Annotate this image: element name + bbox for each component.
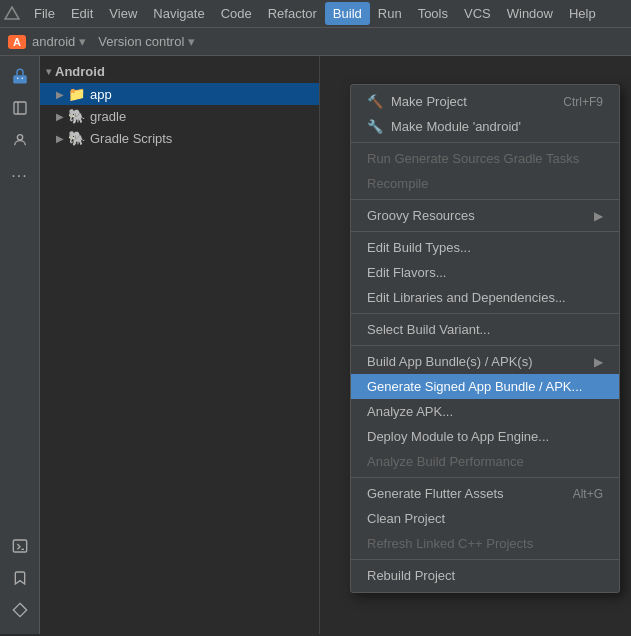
panel-chevron: ▾ xyxy=(46,66,51,77)
app-logo xyxy=(4,6,20,22)
menu-refresh-cpp: Refresh Linked C++ Projects xyxy=(351,531,619,556)
make-module-icon: 🔧 xyxy=(367,119,383,134)
menu-build-app-bundle[interactable]: Build App Bundle(s) / APK(s) ▶ xyxy=(351,349,619,374)
scripts-chevron: ▶ xyxy=(56,133,64,144)
left-sidebar: ··· xyxy=(0,56,40,634)
project-name[interactable]: android xyxy=(32,34,75,49)
generate-flutter-shortcut: Alt+G xyxy=(573,487,603,501)
gradle-label: gradle xyxy=(90,109,126,124)
run-generate-label: Run Generate Sources Gradle Tasks xyxy=(367,151,579,166)
sep1 xyxy=(351,142,619,143)
app-label: app xyxy=(90,87,112,102)
build-app-bundle-arrow: ▶ xyxy=(594,355,603,369)
panel-title: Android xyxy=(55,64,105,79)
menu-refactor[interactable]: Refactor xyxy=(260,2,325,25)
groovy-label: Groovy Resources xyxy=(367,208,475,223)
more-panel-icon[interactable]: ··· xyxy=(6,162,34,190)
svg-point-6 xyxy=(17,135,22,140)
main-area: ··· ▾ xyxy=(0,56,631,634)
recompile-label: Recompile xyxy=(367,176,428,191)
bottom-icons xyxy=(0,532,40,634)
generate-signed-label: Generate Signed App Bundle / APK... xyxy=(367,379,582,394)
refresh-cpp-label: Refresh Linked C++ Projects xyxy=(367,536,533,551)
menu-generate-flutter[interactable]: Generate Flutter Assets Alt+G xyxy=(351,481,619,506)
sep2 xyxy=(351,199,619,200)
menu-deploy-module[interactable]: Deploy Module to App Engine... xyxy=(351,424,619,449)
people-panel-icon[interactable] xyxy=(6,126,34,154)
menu-generate-signed[interactable]: Generate Signed App Bundle / APK... xyxy=(351,374,619,399)
analyze-apk-label: Analyze APK... xyxy=(367,404,453,419)
svg-point-2 xyxy=(17,78,19,80)
file-panel: ▾ Android ▶ 📁 app ▶ 🐘 gradle ▶ 🐘 Gradle … xyxy=(40,56,320,634)
menu-tools[interactable]: Tools xyxy=(410,2,456,25)
menu-window[interactable]: Window xyxy=(499,2,561,25)
sep5 xyxy=(351,345,619,346)
menu-rebuild-project[interactable]: Rebuild Project xyxy=(351,563,619,588)
project-dropdown-arrow: ▾ xyxy=(79,34,86,49)
tree-item-gradle-scripts[interactable]: ▶ 🐘 Gradle Scripts xyxy=(40,127,319,149)
project-badge: A xyxy=(8,35,26,49)
menu-file[interactable]: File xyxy=(26,2,63,25)
menu-run-generate: Run Generate Sources Gradle Tasks xyxy=(351,146,619,171)
menu-make-project[interactable]: 🔨 Make Project Ctrl+F9 xyxy=(351,89,619,114)
menu-select-build-variant[interactable]: Select Build Variant... xyxy=(351,317,619,342)
edit-build-types-label: Edit Build Types... xyxy=(367,240,471,255)
terminal-icon[interactable] xyxy=(6,532,34,560)
scripts-icon: 🐘 xyxy=(68,130,85,146)
app-chevron: ▶ xyxy=(56,89,64,100)
panel-header[interactable]: ▾ Android xyxy=(40,60,319,83)
menu-run[interactable]: Run xyxy=(370,2,410,25)
menu-bar: File Edit View Navigate Code Refactor Bu… xyxy=(0,0,631,28)
bookmark-icon[interactable] xyxy=(6,564,34,592)
menu-view[interactable]: View xyxy=(101,2,145,25)
sep7 xyxy=(351,559,619,560)
folder-icon: 📁 xyxy=(68,86,85,102)
sep4 xyxy=(351,313,619,314)
menu-clean-project[interactable]: Clean Project xyxy=(351,506,619,531)
project-bar: A android ▾ Version control ▾ xyxy=(0,28,631,56)
edit-flavors-label: Edit Flavors... xyxy=(367,265,446,280)
project-panel-icon[interactable] xyxy=(6,94,34,122)
rebuild-project-label: Rebuild Project xyxy=(367,568,455,583)
build-dropdown-menu: 🔨 Make Project Ctrl+F9 🔧 Make Module 'an… xyxy=(350,84,620,593)
deploy-module-label: Deploy Module to App Engine... xyxy=(367,429,549,444)
menu-code[interactable]: Code xyxy=(213,2,260,25)
make-project-icon: 🔨 xyxy=(367,94,383,109)
svg-rect-4 xyxy=(14,102,26,114)
svg-rect-1 xyxy=(13,75,27,83)
menu-edit-build-types[interactable]: Edit Build Types... xyxy=(351,235,619,260)
menu-navigate[interactable]: Navigate xyxy=(145,2,212,25)
make-module-label: Make Module 'android' xyxy=(391,119,521,134)
menu-help[interactable]: Help xyxy=(561,2,604,25)
build-app-bundle-label: Build App Bundle(s) / APK(s) xyxy=(367,354,532,369)
android-panel-icon[interactable] xyxy=(6,62,34,90)
menu-groovy-resources[interactable]: Groovy Resources ▶ xyxy=(351,203,619,228)
menu-build[interactable]: Build xyxy=(325,2,370,25)
edit-libraries-label: Edit Libraries and Dependencies... xyxy=(367,290,566,305)
generate-flutter-label: Generate Flutter Assets xyxy=(367,486,504,501)
gradle-scripts-label: Gradle Scripts xyxy=(90,131,172,146)
groovy-arrow: ▶ xyxy=(594,209,603,223)
gradle-icon: 🐘 xyxy=(68,108,85,124)
select-build-variant-label: Select Build Variant... xyxy=(367,322,490,337)
menu-make-module[interactable]: 🔧 Make Module 'android' xyxy=(351,114,619,139)
make-project-shortcut: Ctrl+F9 xyxy=(563,95,603,109)
sep3 xyxy=(351,231,619,232)
tree-item-app[interactable]: ▶ 📁 app xyxy=(40,83,319,105)
gradle-chevron: ▶ xyxy=(56,111,64,122)
menu-recompile: Recompile xyxy=(351,171,619,196)
make-project-label: Make Project xyxy=(391,94,467,109)
clean-project-label: Clean Project xyxy=(367,511,445,526)
sep6 xyxy=(351,477,619,478)
menu-vcs[interactable]: VCS xyxy=(456,2,499,25)
menu-edit-flavors[interactable]: Edit Flavors... xyxy=(351,260,619,285)
analyze-build-performance-label: Analyze Build Performance xyxy=(367,454,524,469)
svg-marker-9 xyxy=(13,603,26,616)
menu-analyze-apk[interactable]: Analyze APK... xyxy=(351,399,619,424)
menu-edit-libraries[interactable]: Edit Libraries and Dependencies... xyxy=(351,285,619,310)
tree-item-gradle[interactable]: ▶ 🐘 gradle xyxy=(40,105,319,127)
diamond-icon[interactable] xyxy=(6,596,34,624)
version-control[interactable]: Version control xyxy=(98,34,184,49)
menu-edit[interactable]: Edit xyxy=(63,2,101,25)
version-control-arrow: ▾ xyxy=(188,34,195,49)
